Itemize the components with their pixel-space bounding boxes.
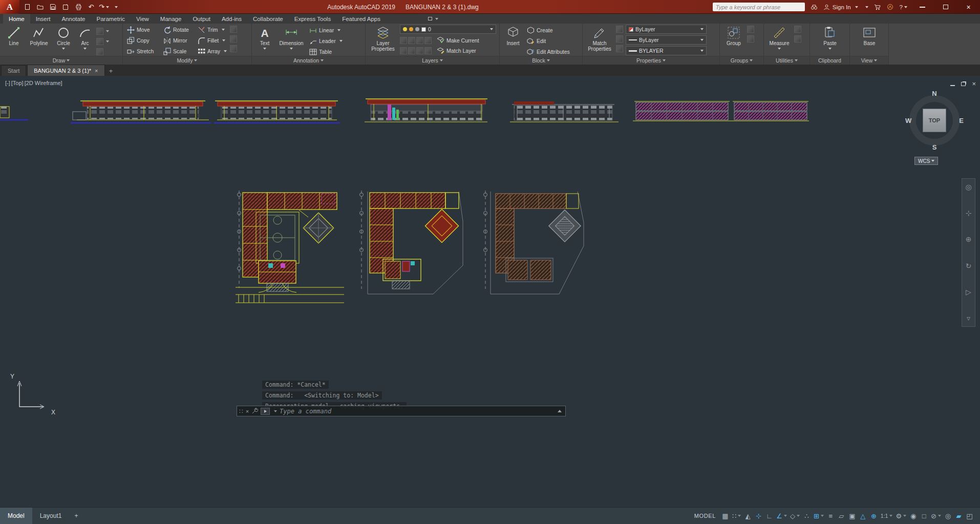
layer-on-all-icon[interactable] (408, 47, 415, 54)
keep-me-signed-in-dropdown-icon[interactable] (864, 4, 868, 10)
tab-view[interactable]: View (131, 14, 155, 24)
command-line[interactable]: ∷ × (237, 406, 566, 416)
new-layout-button[interactable]: + (69, 508, 83, 524)
new-file-icon[interactable] (24, 4, 31, 11)
autocad-logo-icon[interactable]: A (0, 0, 19, 14)
selection-cycling-toggle[interactable]: ▣ (847, 510, 858, 522)
search-binoculars-icon[interactable] (811, 4, 818, 11)
polyline-button[interactable]: Polyline (27, 25, 51, 47)
array-button[interactable]: Array (197, 46, 227, 56)
sign-in-button[interactable]: Sign In (823, 4, 858, 10)
panel-annotation-label[interactable]: Annotation (252, 56, 365, 65)
layer-off-icon[interactable] (400, 37, 407, 44)
group-button[interactable]: Group (723, 25, 744, 47)
viewport-visual-style-button[interactable]: [2D Wireframe] (25, 80, 62, 86)
graphics-performance-toggle[interactable]: ▰ (953, 510, 964, 522)
redo-icon[interactable]: ↷ (100, 4, 108, 11)
table-button[interactable]: Table (308, 47, 341, 57)
dimension-button[interactable]: Dimension (277, 25, 306, 50)
fillet-button[interactable]: Fillet (197, 35, 227, 46)
annotation-monitor-toggle[interactable]: ◉ (908, 510, 919, 522)
print-icon[interactable] (75, 4, 82, 11)
layer-unisolate-icon[interactable] (400, 47, 407, 54)
isometric-drafting-toggle[interactable]: ◇ (789, 510, 801, 522)
linear-button[interactable]: Linear (308, 25, 341, 35)
viewcube-south[interactable]: S (932, 143, 937, 151)
copy-button[interactable]: Copy (126, 35, 160, 46)
tab-add-ins[interactable]: Add-ins (216, 14, 247, 24)
layer-unlock-icon[interactable] (424, 47, 432, 54)
open-file-icon[interactable] (36, 4, 44, 11)
pan-icon[interactable]: ⊹ (963, 207, 974, 218)
circle-button[interactable]: Circle (53, 25, 74, 50)
infer-constraints-toggle[interactable]: ◭ (742, 510, 753, 522)
annotation-visibility-toggle[interactable]: △ (858, 510, 868, 522)
id-point-icon[interactable] (794, 35, 801, 43)
viewcube-top-face[interactable]: TOP (923, 109, 946, 132)
measure-button[interactable]: Measure (767, 25, 792, 50)
rotate-button[interactable]: Rotate (162, 25, 194, 35)
insert-button[interactable]: Insert (503, 25, 523, 47)
layer-isolate-icon[interactable] (408, 37, 415, 44)
layer-thaw-all-icon[interactable] (416, 47, 423, 54)
new-drawing-tab-button[interactable]: + (106, 66, 116, 76)
model-tab[interactable]: Model (0, 508, 32, 524)
customize-quick-access-icon[interactable] (113, 3, 118, 12)
annotation-scale-button[interactable]: 1:1 (879, 510, 894, 522)
wcs-menu[interactable]: WCS (914, 157, 938, 165)
stretch-button[interactable]: Stretch (126, 46, 160, 56)
command-input[interactable] (280, 408, 553, 415)
help-button[interactable]: ? (900, 4, 907, 10)
rectangle-icon[interactable] (96, 28, 103, 35)
tab-annotate[interactable]: Annotate (56, 14, 91, 24)
viewport-view-button[interactable]: [Top] (11, 80, 24, 86)
properties-list-icon[interactable] (616, 26, 623, 33)
command-close-icon[interactable]: × (246, 408, 249, 414)
tab-collaborate[interactable]: Collaborate (247, 14, 289, 24)
text-button[interactable]: A Text (255, 25, 274, 50)
grid-display-toggle[interactable]: ▦ (720, 510, 731, 522)
line-button[interactable]: Line (3, 25, 25, 47)
panel-groups-label[interactable]: Groups (720, 56, 763, 65)
transparency-toggle[interactable]: ▱ (836, 510, 847, 522)
panel-block-label[interactable]: Block (500, 56, 582, 65)
panel-clipboard-label[interactable]: Clipboard (810, 56, 849, 65)
viewcube[interactable]: N S W E TOP (904, 90, 965, 151)
scale-button[interactable]: Scale (162, 46, 194, 56)
orbit-icon[interactable]: ↻ (963, 260, 974, 271)
erase-icon[interactable] (230, 26, 237, 33)
mirror-button[interactable]: Mirror (162, 35, 194, 46)
minimize-button[interactable] (911, 0, 934, 14)
doc-close-icon[interactable]: × (972, 80, 976, 87)
command-customize-icon[interactable] (251, 408, 258, 414)
full-navigation-wheel-icon[interactable]: ◎ (963, 181, 974, 192)
viewcube-west[interactable]: W (905, 117, 911, 124)
drawing-area[interactable]: [-] [Top] [2D Wireframe] × N S W E TOP W… (0, 76, 980, 507)
offset-icon[interactable] (230, 45, 237, 52)
edit-block-button[interactable]: Edit (526, 36, 575, 46)
object-snap-tracking-toggle[interactable]: ∴ (801, 510, 812, 522)
command-grip-icon[interactable]: ∷ (239, 408, 243, 415)
tab-home[interactable]: Home (3, 14, 30, 24)
tab-parametric[interactable]: Parametric (91, 14, 131, 24)
save-icon[interactable] (49, 4, 56, 11)
doc-restore-icon[interactable] (961, 79, 966, 88)
object-color-dropdown[interactable]: ByLayer (626, 25, 707, 34)
tab-featured-apps[interactable]: Featured Apps (336, 14, 386, 24)
command-history-scroll-icon[interactable] (556, 410, 563, 412)
linetype-dropdown[interactable]: ByLayer (626, 35, 707, 45)
leader-button[interactable]: Leader (308, 36, 341, 46)
panel-modify-label[interactable]: Modify (123, 56, 251, 65)
properties-paint-icon[interactable] (616, 35, 623, 43)
layer-select-dropdown[interactable]: 0 (400, 25, 496, 34)
panel-view-label[interactable]: View (850, 56, 888, 65)
tab-express-tools[interactable]: Express Tools (289, 14, 336, 24)
autoscale-toggle[interactable]: ⊕ (868, 510, 879, 522)
search-input[interactable] (713, 3, 805, 11)
navbar-more-icon[interactable]: ▿ (963, 313, 974, 324)
viewport-menu-button[interactable]: [-] (5, 80, 10, 86)
app-store-cart-icon[interactable] (874, 4, 881, 11)
create-block-button[interactable]: Create (526, 25, 575, 35)
viewcube-north[interactable]: N (932, 90, 936, 97)
undo-icon[interactable]: ↶ (88, 4, 95, 11)
